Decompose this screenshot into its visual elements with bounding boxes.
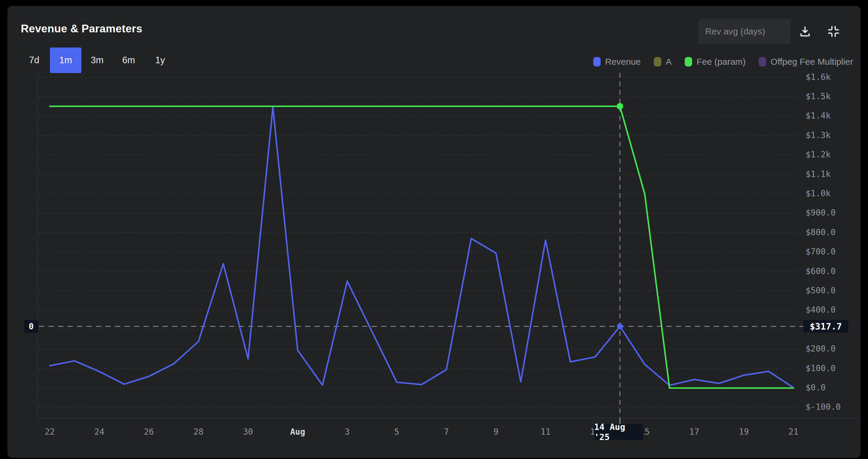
x-axis-tick-label: 11 xyxy=(540,427,551,437)
legend-label: Fee (param) xyxy=(696,57,746,67)
page-title: Revenue & Parameters xyxy=(21,23,142,35)
range-button-7d[interactable]: 7d xyxy=(19,47,50,73)
legend-item-fee-param-[interactable]: Fee (param) xyxy=(685,57,746,67)
y-axis-tick-label: $800.0 xyxy=(806,227,836,237)
y-axis-tick-label: $600.0 xyxy=(806,266,836,276)
download-icon xyxy=(799,25,811,38)
x-axis-tick-label: 24 xyxy=(94,427,104,437)
collapse-button[interactable] xyxy=(825,23,842,40)
x-axis-tick-label: 5 xyxy=(394,427,399,437)
legend-swatch-icon xyxy=(759,57,766,66)
range-button-1y[interactable]: 1y xyxy=(144,47,176,73)
x-axis-tick-label: 21 xyxy=(788,427,799,437)
y-axis-tick-label: $900.0 xyxy=(806,208,836,218)
y-axis-tick-label: $1.3k xyxy=(806,130,831,140)
chart-legend: RevenueAFee (param)Offpeg Fee Multiplier xyxy=(593,54,853,69)
left-axis-crosshair-label: 0 xyxy=(24,320,38,333)
range-button-6m[interactable]: 6m xyxy=(113,47,144,73)
x-axis-tick-label: 3 xyxy=(345,427,350,437)
y-axis-tick-label: $100.0 xyxy=(806,363,836,373)
y-axis-tick-label: $500.0 xyxy=(806,286,836,295)
y-axis-tick-label: $1.5k xyxy=(806,92,831,101)
rev-avg-input[interactable] xyxy=(698,19,791,44)
y-axis-tick-label: $1.0k xyxy=(806,189,831,198)
x-axis-tick-label: 9 xyxy=(493,427,498,437)
legend-label: A xyxy=(666,57,672,67)
revenue-parameters-panel xyxy=(7,6,861,458)
x-axis-tick-label: Aug xyxy=(290,427,305,437)
date-crosshair-label: 14 Aug '25 xyxy=(594,424,644,440)
range-selector: 7d1m3m6m1y xyxy=(19,47,176,73)
range-button-3m[interactable]: 3m xyxy=(82,47,113,73)
x-axis-tick-label: 17 xyxy=(689,427,699,437)
y-axis-tick-label: $-100.0 xyxy=(806,402,841,412)
legend-swatch-icon xyxy=(685,57,692,66)
legend-label: Offpeg Fee Multiplier xyxy=(771,57,853,67)
y-axis-tick-label: $1.4k xyxy=(806,111,831,121)
x-axis-tick-label: 19 xyxy=(739,427,749,437)
collapse-icon xyxy=(827,25,840,38)
y-axis-tick-label: $1.6k xyxy=(806,72,831,82)
legend-swatch-icon xyxy=(654,57,661,66)
legend-label: Revenue xyxy=(605,57,641,67)
x-axis-tick-label: 22 xyxy=(45,427,55,437)
x-axis-tick-label: 30 xyxy=(243,427,253,437)
legend-item-a[interactable]: A xyxy=(654,57,672,67)
y-axis-tick-label: $200.0 xyxy=(806,344,836,354)
y-axis-tick-label: $1.1k xyxy=(806,169,831,179)
legend-swatch-icon xyxy=(593,57,601,66)
legend-item-offpeg-fee-multiplier[interactable]: Offpeg Fee Multiplier xyxy=(759,57,853,67)
x-axis-tick-label: 28 xyxy=(193,427,204,437)
y-axis-tick-label: $700.0 xyxy=(806,247,836,257)
price-crosshair-label: $317.7 xyxy=(803,320,848,333)
x-axis-tick-label: 26 xyxy=(144,427,154,437)
page-background: Revenue & Parameters 7d1m3m6m1y RevenueA… xyxy=(0,0,868,459)
legend-item-revenue[interactable]: Revenue xyxy=(593,57,641,67)
range-button-1m[interactable]: 1m xyxy=(50,47,82,73)
download-button[interactable] xyxy=(797,23,813,40)
x-axis-tick-label: 7 xyxy=(444,427,449,437)
y-axis-tick-label: $400.0 xyxy=(806,305,836,315)
y-axis-tick-label: $0.0 xyxy=(806,383,826,393)
y-axis-tick-label: $1.2k xyxy=(806,150,831,159)
